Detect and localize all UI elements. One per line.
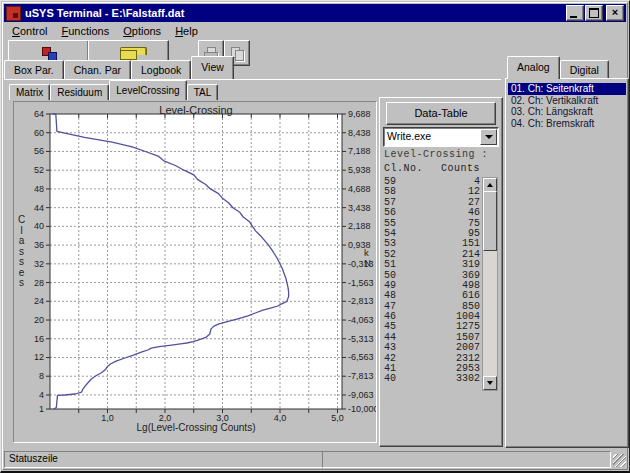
table-row[interactable]: 594 [384, 177, 480, 187]
close-button[interactable]: × [606, 5, 624, 21]
svg-text:60: 60 [34, 128, 44, 138]
scroll-up-icon[interactable] [483, 178, 497, 192]
svg-text:-4,063: -4,063 [348, 315, 374, 325]
table-row[interactable]: 403302 [384, 374, 480, 384]
y-axis-label-kn: k N [364, 248, 371, 268]
svg-text:-9,063: -9,063 [348, 390, 374, 400]
table-row[interactable]: 5575 [384, 219, 480, 229]
svg-text:64: 64 [34, 109, 44, 119]
app-window: uSYS Terminal - E:\Falstaff.dat × Contro… [0, 0, 630, 473]
svg-text:2,188: 2,188 [348, 221, 371, 231]
svg-text:-6,563: -6,563 [348, 352, 374, 362]
svg-text:-2,813: -2,813 [348, 296, 374, 306]
status-text: Statuszeile [4, 451, 323, 468]
svg-text:8,438: 8,438 [348, 128, 371, 138]
table-row[interactable]: 51319 [384, 260, 480, 270]
cell-class: 51 [384, 260, 396, 270]
menu-bar: ControlFunctionsOptionsHelp [5, 23, 625, 39]
channel-item-seitenkraft[interactable]: 01. Ch: Seitenkraft [508, 83, 626, 95]
subtab-residuum[interactable]: Residuum [50, 84, 109, 100]
cell-class: 40 [384, 374, 396, 384]
window-title: uSYS Terminal - E:\Falstaff.dat [25, 7, 566, 19]
data-table-panel: Data-Table Write.exe Level-Crossing : Cl… [379, 97, 503, 447]
channel-item-bremskraft[interactable]: 04. Ch: Bremskraft [508, 118, 626, 130]
status-cell-secondary [322, 451, 611, 468]
channel-item-längskraft[interactable]: 03. Ch: Längskraft [508, 106, 626, 118]
svg-text:48: 48 [34, 184, 44, 194]
scroll-down-icon[interactable] [483, 376, 497, 390]
svg-text:-5,313: -5,313 [348, 334, 374, 344]
svg-text:40: 40 [34, 221, 44, 231]
svg-text:1: 1 [39, 404, 44, 414]
cell-class: 56 [384, 208, 396, 218]
svg-text:44: 44 [34, 203, 44, 213]
menu-help[interactable]: Help [168, 24, 205, 38]
channel-item-vertikalkraft[interactable]: 02. Ch: Vertikalkraft [508, 95, 626, 107]
close-icon: × [607, 5, 623, 19]
cell-count: 46 [468, 208, 480, 218]
svg-text:56: 56 [34, 146, 44, 156]
tab-chan-par[interactable]: Chan. Par [64, 60, 131, 79]
svg-text:7,188: 7,188 [348, 146, 371, 156]
title-bar[interactable]: uSYS Terminal - E:\Falstaff.dat × [4, 4, 626, 22]
svg-text:-10,000: -10,000 [348, 404, 376, 414]
resize-grip[interactable] [613, 454, 626, 467]
menu-options[interactable]: Options [116, 24, 168, 38]
menu-functions[interactable]: Functions [54, 24, 116, 38]
minimize-button[interactable] [566, 5, 584, 21]
svg-text:9,688: 9,688 [348, 109, 371, 119]
minimize-icon [570, 16, 577, 18]
column-class-no: Cl.No. [384, 163, 423, 174]
data-table-header: Cl.No. Counts [384, 163, 480, 174]
svg-text:4,688: 4,688 [348, 184, 371, 194]
level-crossing-chart: Level-Crossing C l a s s e s k N Lg(Leve… [13, 101, 377, 443]
status-bar: Statuszeile [3, 451, 627, 468]
x-axis-label: Lg(Level-Crossing Counts) [50, 422, 342, 433]
y-axis-label-classes: C l a s s e s [18, 215, 25, 289]
table-row[interactable]: 5646 [384, 208, 480, 218]
tab-view[interactable]: View [191, 56, 234, 79]
subtab-levelcrossing[interactable]: LevelCrossing [109, 80, 186, 100]
cell-count: 3302 [456, 374, 480, 384]
table-row[interactable]: 5727 [384, 198, 480, 208]
svg-text:28: 28 [34, 278, 44, 288]
channel-panel: 01. Ch: Seitenkraft02. Ch: Vertikalkraft… [505, 78, 629, 448]
svg-text:5,938: 5,938 [348, 165, 371, 175]
svg-text:3,438: 3,438 [348, 203, 371, 213]
svg-text:52: 52 [34, 165, 44, 175]
svg-text:32: 32 [34, 259, 44, 269]
channel-list: 01. Ch: Seitenkraft02. Ch: Vertikalkraft… [508, 83, 626, 445]
view-sub-tab-bar: MatrixResiduumLevelCrossingTAL [9, 83, 218, 100]
channels-icon [41, 46, 57, 60]
column-counts: Counts [441, 163, 480, 174]
maximize-icon [589, 8, 599, 18]
table-row[interactable]: 5812 [384, 187, 480, 197]
data-table-scrollbar[interactable] [482, 177, 498, 391]
channel-tab-bar: AnalogDigital [507, 59, 609, 79]
open-folder-icon [120, 47, 137, 59]
tab-box-par[interactable]: Box Par. [4, 60, 64, 79]
export-target-combobox[interactable]: Write.exe [383, 127, 499, 147]
maximize-button[interactable] [585, 5, 603, 21]
chevron-down-icon[interactable] [480, 129, 497, 145]
subtab-matrix[interactable]: Matrix [9, 84, 50, 100]
svg-text:16: 16 [34, 334, 44, 344]
menu-control[interactable]: Control [5, 24, 54, 38]
svg-text:12: 12 [34, 352, 44, 362]
cell-count: 319 [462, 260, 480, 270]
data-table-rows: 5945812572756465575549553151522145131950… [384, 177, 480, 385]
data-table-button[interactable]: Data-Table [386, 102, 496, 125]
data-table-section-label: Level-Crossing : [384, 149, 488, 160]
main-tab-bar: Box Par.Chan. ParLogbookView [4, 59, 234, 79]
tab-analog[interactable]: Analog [507, 56, 560, 79]
svg-text:36: 36 [34, 240, 44, 250]
chart-plot-area: 1,02,03,04,05,0649,688608,438567,188525,… [14, 102, 376, 442]
tab-digital[interactable]: Digital [560, 60, 609, 79]
tab-divider [4, 79, 501, 80]
app-icon[interactable] [6, 6, 21, 21]
subtab-tal[interactable]: TAL [187, 84, 219, 100]
svg-text:24: 24 [34, 296, 44, 306]
svg-text:-1,563: -1,563 [348, 278, 374, 288]
tab-logbook[interactable]: Logbook [131, 60, 191, 79]
scrollbar-thumb[interactable] [483, 191, 497, 251]
